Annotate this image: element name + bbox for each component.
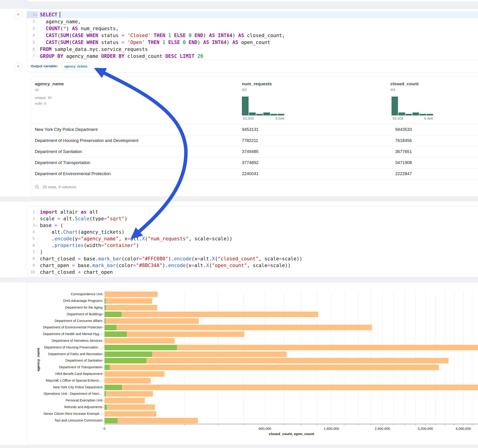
code-text: CAST(SUM(CASE WHEN status = 'Open' THEN …	[40, 39, 270, 46]
closed-count-bar	[104, 385, 478, 390]
table-cell: Department of Environmental Protection	[35, 168, 111, 179]
y-axis-tick	[103, 387, 104, 388]
code-text: .encode(y="agency_name", x=alt.X("num_re…	[40, 235, 233, 242]
open-count-bar	[104, 365, 110, 370]
histogram-max-label: 9.5e6	[275, 116, 284, 120]
code-line[interactable]: 1vSELECT	[27, 11, 478, 18]
open-count-bar	[104, 404, 107, 410]
code-line[interactable]: 4 CAST(SUM(CASE WHEN status = 'Closed' T…	[27, 32, 478, 39]
line-number: 2	[27, 215, 35, 222]
cell-gap-band-middle	[0, 197, 478, 202]
gridline	[265, 291, 265, 424]
code-line[interactable]: 10chart_closed + chart_open	[27, 269, 478, 276]
add-cell-button-top[interactable]: +	[14, 10, 23, 19]
table-row[interactable]: New York City Police Department945313194…	[31, 124, 478, 135]
search-icon[interactable]	[35, 185, 39, 189]
gridline	[415, 291, 415, 424]
table-row[interactable]: Department of Transportation377489234719…	[31, 157, 478, 168]
y-axis-category-label: Department of Transportation	[33, 365, 102, 369]
column-name: agency_name	[35, 81, 64, 87]
code-line[interactable]: 6 .properties(width="container")	[27, 242, 478, 249]
column-type: i64	[242, 88, 247, 92]
y-axis-category-label: Correspondence Unit	[33, 292, 102, 296]
fold-chevron-icon[interactable]: v	[35, 222, 38, 229]
table-cell: 7618456	[395, 135, 412, 146]
code-text: )	[40, 249, 43, 255]
column-name: num_requests	[242, 81, 272, 87]
zero-axis-line	[104, 291, 105, 424]
x-axis-tick	[454, 424, 454, 426]
x-axis-tick-label: 4,000,000	[456, 427, 471, 430]
x-axis-tick-label: 800,000	[259, 427, 271, 430]
open-count-bar	[104, 418, 118, 423]
output-variable-label: Output variable:	[31, 64, 58, 68]
x-axis-tick	[394, 424, 394, 426]
histogram-bar	[242, 97, 249, 115]
code-line[interactable]: 6FROM sample_data.nyc.service_requests	[27, 46, 478, 53]
histogram-bar	[249, 112, 256, 115]
code-line[interactable]: 7GROUP BY agency_name ORDER BY closed_co…	[27, 53, 478, 60]
gridline	[382, 291, 383, 424]
fold-chevron-icon[interactable]: v	[35, 12, 38, 19]
column-type: i64	[390, 88, 395, 92]
code-line[interactable]: 1import altair as alt	[27, 209, 478, 216]
y-axis-category-label: Department of Housing Preservation …	[33, 345, 102, 349]
closed-count-bar	[104, 411, 156, 417]
gridline	[445, 291, 445, 424]
y-axis-tick	[103, 407, 104, 407]
table-row[interactable]: Department of Sanitation37494853677651	[31, 146, 478, 157]
code-line[interactable]: 2scale = alt.Scale(type="sqrt")	[27, 215, 478, 222]
table-row[interactable]: Department of Housing Preservation and D…	[31, 135, 478, 146]
add-cell-button-output[interactable]: +	[14, 62, 23, 71]
line-number: 7	[27, 53, 35, 60]
y-axis-tick	[103, 394, 104, 394]
gridline	[301, 291, 301, 424]
y-axis-tick	[103, 400, 104, 401]
x-axis-tick-label: 3,200,000	[418, 427, 433, 430]
output-variable-chip[interactable]: agency_tickets	[62, 62, 90, 70]
x-axis-tick	[445, 424, 445, 426]
y-axis-tick	[103, 374, 104, 374]
code-line[interactable]: 5 .encode(y="agency_name", x=alt.X("num_…	[27, 235, 478, 242]
histogram-min-label: 53,304	[392, 116, 403, 120]
python-cell: 1import altair as alt2scale = alt.Scale(…	[27, 206, 478, 277]
histogram-bar	[427, 114, 433, 115]
line-number: 6	[27, 242, 35, 249]
table-row[interactable]: Department of Environmental Protection22…	[31, 168, 478, 180]
column-nulls-stat: nulls: 0	[35, 101, 46, 106]
chart-output-cell: agency_name closed_count, open_count 080…	[27, 282, 478, 445]
y-axis-tick	[103, 414, 104, 414]
sql-editor[interactable]: 1vSELECT2 agency_name,3 COUNT(*) AS num_…	[27, 9, 478, 60]
code-line[interactable]: 2 agency_name,	[27, 18, 478, 25]
histogram-bar	[419, 114, 426, 115]
y-axis-tick	[103, 354, 104, 355]
code-text: agency_name,	[40, 18, 81, 25]
open-count-bar	[104, 318, 106, 324]
gridline	[218, 291, 218, 424]
code-line[interactable]: 9chart_open = base.mark_bar(color="#8BC3…	[27, 262, 478, 269]
code-line[interactable]: 5 CAST(SUM(CASE WHEN status = 'Open' THE…	[27, 39, 478, 46]
x-axis-tick	[472, 424, 472, 426]
output-variable-row: Output variable: agency_tickets	[27, 60, 478, 73]
code-line[interactable]: 3vbase = (	[27, 222, 478, 229]
code-line[interactable]: 7)	[27, 249, 478, 255]
histogram-bar	[278, 114, 284, 115]
open-count-bar	[104, 351, 152, 357]
closed-count-bar	[104, 365, 439, 370]
closed-count-bar	[104, 358, 448, 363]
open-count-bar	[104, 391, 106, 397]
x-axis-tick	[382, 424, 383, 426]
code-line[interactable]: 8chart_closed = base.mark_bar(color="#FF…	[27, 255, 478, 262]
x-axis-tick	[425, 424, 426, 426]
x-axis-tick-label: 1,600,000	[324, 427, 339, 430]
sql-text-cursor	[60, 12, 60, 18]
python-editor[interactable]: 1import altair as alt2scale = alt.Scale(…	[27, 206, 478, 277]
code-line[interactable]: 4 alt.Chart(agency_tickets)	[27, 229, 478, 236]
y-axis-tick	[103, 321, 104, 321]
code-line[interactable]: 3 COUNT(*) AS num_requests,	[27, 25, 478, 32]
line-number: 2	[27, 18, 35, 25]
code-text: GROUP BY agency_name ORDER BY closed_cou…	[40, 53, 203, 60]
open-count-bar	[104, 358, 146, 363]
x-axis-tick	[317, 424, 317, 426]
table-cell: Department of Housing Preservation and D…	[35, 135, 138, 146]
